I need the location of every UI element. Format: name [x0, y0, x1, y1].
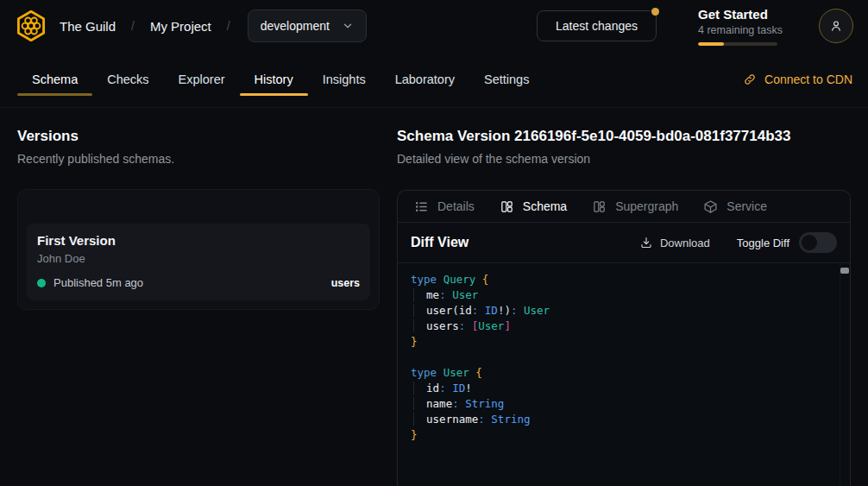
- versions-panel: Versions Recently published schemas. Fir…: [0, 108, 397, 486]
- version-detail-panel: Schema Version 2166196f-5e10-4059-bd0a-0…: [397, 108, 851, 486]
- code-line: type User {: [411, 365, 829, 381]
- nav-tab-label: Settings: [484, 73, 529, 86]
- list-icon: [414, 199, 429, 214]
- detail-tab-label: Service: [726, 199, 767, 213]
- detail-tab-schema[interactable]: Schema: [500, 199, 567, 214]
- diff-view-header: Diff View Download Toggle Diff: [398, 223, 850, 263]
- download-icon: [639, 236, 653, 249]
- nav-tab-label: Laboratory: [395, 73, 455, 86]
- toggle-diff-knob: [802, 235, 817, 250]
- main-navigation: SchemaChecksExplorerHistoryInsightsLabor…: [0, 52, 868, 108]
- code-scrollbar-thumb[interactable]: [840, 268, 849, 274]
- detail-tab-details[interactable]: Details: [414, 199, 475, 214]
- chevron-down-icon: [342, 20, 354, 32]
- detail-tab-service[interactable]: Service: [703, 199, 767, 214]
- breadcrumb-project[interactable]: My Project: [150, 19, 211, 34]
- version-author: John Doe: [37, 252, 360, 265]
- nav-tab-laboratory[interactable]: Laboratory: [381, 52, 469, 107]
- detail-tabs: DetailsSchemaSupergraphService: [398, 191, 850, 223]
- user-avatar[interactable]: [819, 9, 853, 43]
- breadcrumb: The Guild / My Project /: [60, 19, 230, 34]
- cube-icon: [703, 199, 718, 214]
- diff-view-actions: Download Toggle Diff: [639, 232, 837, 253]
- code-line: id: ID!: [411, 381, 829, 396]
- code-line: }: [411, 334, 829, 350]
- versions-title: Versions: [17, 128, 380, 145]
- version-title: First Version: [37, 233, 360, 248]
- notification-dot: [651, 8, 659, 16]
- get-started-title: Get Started: [698, 7, 777, 22]
- code-scrollbar: [840, 263, 850, 486]
- code-block: type Query { me: User user(id: ID!): Use…: [411, 272, 829, 443]
- diff-view-title: Diff View: [411, 235, 469, 250]
- nav-tab-schema[interactable]: Schema: [17, 52, 92, 107]
- detail-tab-supergraph[interactable]: Supergraph: [592, 199, 678, 214]
- hive-logo-icon[interactable]: [14, 9, 48, 43]
- download-button[interactable]: Download: [639, 236, 710, 249]
- version-detail-title: Schema Version 2166196f-5e10-4059-bd0a-0…: [397, 128, 851, 145]
- detail-tab-label: Supergraph: [615, 199, 678, 213]
- nav-tab-label: Explorer: [179, 73, 225, 86]
- schema-code-viewer: type Query { me: User user(id: ID!): Use…: [398, 263, 850, 486]
- nav-tab-label: History: [255, 73, 293, 86]
- breadcrumb-separator: /: [227, 19, 230, 33]
- code-line: users: [User]: [411, 319, 829, 334]
- code-line: user(id: ID!): User: [411, 303, 829, 319]
- breadcrumb-separator: /: [131, 19, 135, 33]
- nav-tab-settings[interactable]: Settings: [469, 52, 544, 107]
- main-content: Versions Recently published schemas. Fir…: [0, 108, 868, 486]
- latest-changes-label: Latest changes: [556, 19, 638, 33]
- code-line: type Query {: [411, 272, 829, 287]
- nav-tab-underline: [240, 93, 308, 96]
- person-icon: [828, 18, 844, 34]
- latest-changes-button[interactable]: Latest changes: [537, 10, 657, 41]
- nav-tab-history[interactable]: History: [240, 52, 308, 107]
- link-chain-icon: [743, 73, 757, 86]
- nav-tab-label: Schema: [32, 73, 78, 86]
- columns-icon: [500, 199, 514, 214]
- detail-tab-label: Schema: [523, 199, 567, 213]
- version-status: Published 5m ago: [53, 276, 143, 289]
- target-selector-dropdown[interactable]: development: [248, 9, 367, 42]
- published-status-dot: [37, 279, 46, 287]
- connect-to-cdn-link[interactable]: Connect to CDN: [743, 73, 852, 86]
- nav-tab-label: Checks: [107, 73, 148, 86]
- code-line: name: String: [411, 396, 829, 412]
- version-detail-subtitle: Detailed view of the schema version: [397, 152, 851, 166]
- version-list-item[interactable]: First Version John Doe Published 5m ago …: [27, 224, 370, 300]
- nav-tab-explorer[interactable]: Explorer: [164, 52, 240, 107]
- get-started-progress-fill: [698, 42, 724, 46]
- version-detail-card: DetailsSchemaSupergraphService Diff View…: [397, 190, 851, 486]
- columns-icon: [592, 199, 607, 214]
- nav-tab-underline: [17, 93, 92, 96]
- nav-tab-checks[interactable]: Checks: [92, 52, 163, 107]
- versions-list: First Version John Doe Published 5m ago …: [17, 189, 380, 310]
- code-line: }: [411, 427, 829, 443]
- detail-tab-label: Details: [437, 199, 475, 213]
- nav-tab-insights[interactable]: Insights: [308, 52, 381, 107]
- code-line: username: String: [411, 412, 829, 427]
- get-started-subtitle: 4 remaining tasks: [698, 24, 777, 36]
- toggle-diff-label: Toggle Diff: [737, 237, 789, 249]
- versions-subtitle: Recently published schemas.: [17, 152, 380, 166]
- get-started-progress-bar: [698, 42, 777, 46]
- main-nav-tabs: SchemaChecksExplorerHistoryInsightsLabor…: [17, 52, 544, 107]
- breadcrumb-org[interactable]: The Guild: [60, 19, 116, 34]
- connect-to-cdn-label: Connect to CDN: [764, 73, 852, 86]
- nav-tab-label: Insights: [323, 73, 366, 86]
- get-started-widget[interactable]: Get Started 4 remaining tasks: [698, 7, 777, 46]
- code-line: [411, 350, 829, 365]
- download-label: Download: [660, 237, 710, 249]
- toggle-diff-switch[interactable]: [799, 232, 837, 253]
- code-line: me: User: [411, 287, 829, 303]
- app-header: The Guild / My Project / development Lat…: [0, 0, 868, 52]
- target-selector-value: development: [261, 19, 330, 33]
- version-service-badge: users: [331, 277, 360, 289]
- version-meta-row: Published 5m ago users: [37, 276, 360, 289]
